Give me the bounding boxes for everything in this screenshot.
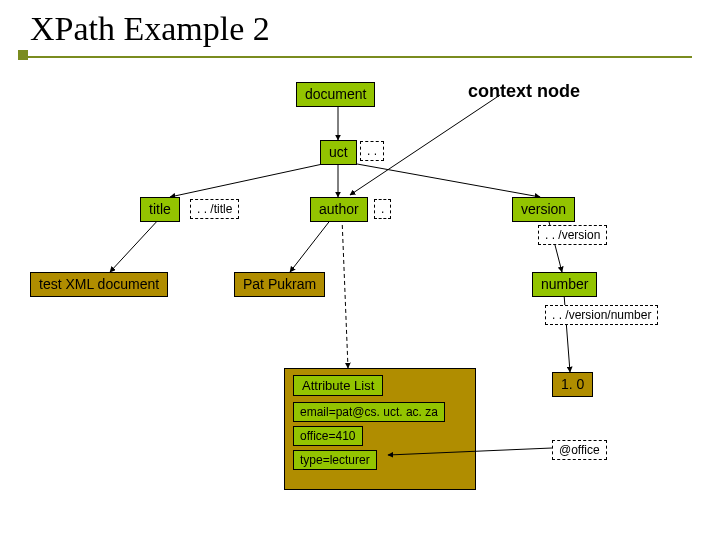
attribute-list-heading: Attribute List — [293, 375, 383, 396]
node-title: title — [140, 197, 180, 222]
leaf-pat-pukram: Pat Pukram — [234, 272, 325, 297]
node-uct: uct — [320, 140, 357, 165]
svg-line-6 — [290, 218, 332, 272]
attr-email: email=pat@cs. uct. ac. za — [293, 402, 445, 422]
context-node-label: context node — [460, 78, 588, 106]
node-author: author — [310, 197, 368, 222]
svg-line-2 — [170, 162, 332, 197]
xpath-version-number: . . /version/number — [545, 305, 658, 325]
xpath-title: . . /title — [190, 199, 239, 219]
xpath-parent: . . — [360, 141, 384, 161]
node-number: number — [532, 272, 597, 297]
svg-line-7 — [342, 218, 348, 368]
svg-line-4 — [346, 162, 540, 197]
xpath-version: . . /version — [538, 225, 607, 245]
xpath-office-attr: @office — [552, 440, 607, 460]
attribute-list-container: Attribute List email=pat@cs. uct. ac. za… — [284, 368, 476, 490]
attr-type: type=lecturer — [293, 450, 377, 470]
xpath-self: . — [374, 199, 391, 219]
node-document: document — [296, 82, 375, 107]
node-version: version — [512, 197, 575, 222]
attr-office: office=410 — [293, 426, 363, 446]
svg-line-5 — [110, 218, 160, 272]
leaf-one-zero: 1. 0 — [552, 372, 593, 397]
title-underline — [28, 56, 692, 58]
slide-title: XPath Example 2 — [30, 10, 270, 48]
leaf-test-xml: test XML document — [30, 272, 168, 297]
